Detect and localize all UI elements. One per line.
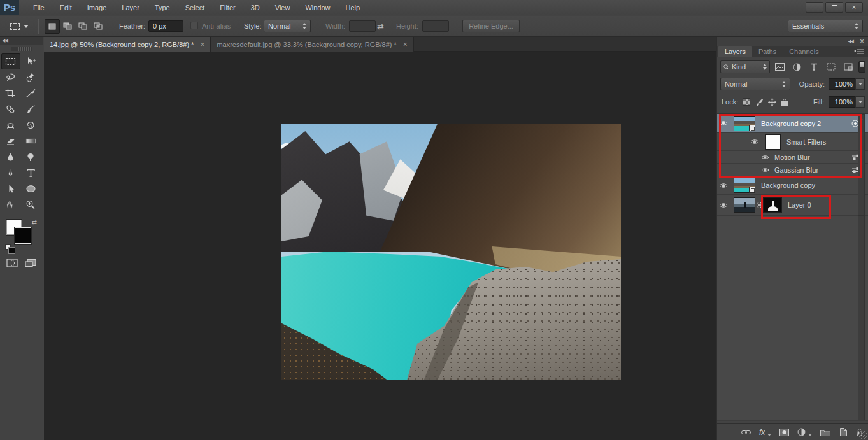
opacity-dropdown-button[interactable] — [855, 78, 865, 90]
visibility-toggle[interactable] — [759, 155, 771, 160]
tool-rectangular-marquee[interactable] — [1, 53, 20, 69]
fill-value[interactable]: 100% — [829, 96, 855, 108]
filter-smart-objects-button[interactable] — [841, 61, 855, 73]
default-colors-icon[interactable] — [5, 244, 11, 250]
tool-blur[interactable] — [1, 149, 20, 165]
fill-dropdown-button[interactable] — [855, 96, 865, 108]
workspace-select[interactable]: Essentials — [788, 20, 863, 32]
lock-position-icon[interactable] — [768, 98, 776, 106]
close-panel-icon[interactable]: × — [860, 38, 864, 45]
opacity-combo[interactable]: 100% — [829, 78, 865, 90]
tool-move[interactable] — [22, 53, 41, 69]
tab-paths[interactable]: Paths — [752, 46, 783, 57]
collapse-panel-icon[interactable]: ◀◀ — [848, 39, 853, 44]
tool-eyedropper[interactable] — [22, 85, 41, 101]
restore-button[interactable] — [825, 2, 843, 13]
menu-file[interactable]: File — [25, 1, 52, 14]
tool-zoom[interactable] — [22, 197, 41, 213]
menu-edit[interactable]: Edit — [52, 1, 80, 14]
tab-layers[interactable]: Layers — [718, 46, 752, 57]
tool-quick-selection[interactable] — [22, 69, 41, 85]
layer-name[interactable]: Background copy — [761, 181, 815, 189]
filter-shape-layers-button[interactable] — [824, 61, 838, 73]
tool-lasso[interactable] — [1, 69, 20, 85]
antialias-checkbox[interactable] — [190, 22, 198, 29]
tool-gradient[interactable] — [22, 133, 41, 149]
kind-filter-select[interactable]: Kind — [720, 60, 770, 73]
visibility-toggle[interactable] — [717, 195, 730, 215]
tool-history-brush[interactable] — [22, 117, 41, 133]
layer-row-smart-filters[interactable]: Smart Filters — [717, 133, 868, 151]
height-input[interactable] — [422, 20, 449, 32]
tool-path-selection[interactable] — [1, 181, 20, 197]
menu-window[interactable]: Window — [297, 1, 338, 14]
width-input[interactable] — [349, 20, 376, 32]
refine-edge-button[interactable]: Refine Edge... — [462, 20, 520, 32]
menu-layer[interactable]: Layer — [114, 1, 147, 14]
tool-clone-stamp[interactable] — [1, 117, 20, 133]
tab-channels[interactable]: Channels — [783, 46, 825, 57]
layer-thumbnail[interactable] — [734, 178, 755, 193]
blend-mode-select[interactable]: Normal — [720, 78, 790, 90]
new-group-icon[interactable] — [820, 429, 830, 436]
subtract-from-selection-button[interactable] — [75, 19, 90, 34]
menu-help[interactable]: Help — [338, 1, 368, 14]
lock-transparent-pixels-icon[interactable] — [743, 98, 750, 106]
tool-ellipse[interactable] — [22, 181, 41, 197]
panel-resize-grip[interactable] — [859, 431, 867, 439]
new-adjustment-layer-icon[interactable] — [797, 428, 806, 436]
document-tab-1[interactable]: 14.jpg @ 50% (Background copy 2, RGB/8#)… — [44, 37, 211, 52]
layer-row-background-copy-2[interactable]: Background copy 2 — [717, 114, 868, 133]
screen-mode-button[interactable] — [22, 255, 41, 271]
layer-name[interactable]: Layer 0 — [788, 201, 811, 209]
layers-scrollbar[interactable]: ▲ — [858, 114, 865, 216]
filter-toggle-switch[interactable] — [858, 61, 865, 73]
menu-type[interactable]: Type — [147, 1, 178, 14]
menu-3d[interactable]: 3D — [243, 1, 267, 14]
feather-input[interactable]: 0 px — [148, 20, 183, 32]
layer-row-motion-blur[interactable]: Motion Blur — [717, 151, 868, 164]
smart-filter-name[interactable]: Gaussian Blur — [774, 166, 818, 174]
menu-filter[interactable]: Filter — [212, 1, 243, 14]
mask-link-icon[interactable] — [757, 202, 762, 208]
lock-image-pixels-icon[interactable] — [755, 98, 764, 106]
layer-row-layer-0[interactable]: Layer 0 — [717, 195, 868, 216]
layer-style-fx-icon[interactable]: fx — [759, 428, 765, 437]
scroll-up-icon[interactable]: ▲ — [859, 115, 864, 215]
tool-eraser[interactable] — [1, 133, 20, 149]
filter-mask-thumbnail[interactable] — [765, 134, 781, 150]
tool-preset-picker[interactable] — [8, 19, 34, 34]
canvas-image[interactable] — [281, 124, 621, 380]
layer-mask-thumbnail[interactable] — [763, 197, 782, 213]
tools-panel-collapse[interactable]: ◀◀ — [0, 37, 43, 45]
layer-name[interactable]: Background copy 2 — [761, 120, 821, 127]
document-tab-2[interactable]: maxresdefault.jpg @ 33.3% (Background co… — [211, 37, 413, 52]
smart-filter-name[interactable]: Motion Blur — [774, 153, 810, 161]
style-select[interactable]: Normal — [264, 20, 311, 32]
filter-adjustment-layers-button[interactable] — [790, 61, 804, 73]
tools-panel-grip[interactable] — [11, 47, 32, 51]
fill-combo[interactable]: 100% — [829, 96, 865, 108]
layer-row-gaussian-blur[interactable]: Gaussian Blur — [717, 164, 868, 176]
link-layers-icon[interactable] — [741, 429, 751, 436]
visibility-toggle[interactable] — [749, 139, 760, 145]
tool-spot-healing-brush[interactable] — [1, 101, 20, 117]
tool-brush[interactable] — [22, 101, 41, 117]
tool-pen[interactable] — [1, 165, 20, 181]
new-layer-icon[interactable] — [839, 428, 847, 436]
swap-width-height-icon[interactable]: ⇄ — [377, 22, 384, 31]
visibility-toggle[interactable] — [717, 114, 730, 132]
add-to-selection-button[interactable] — [60, 19, 75, 34]
lock-all-icon[interactable] — [781, 98, 788, 106]
layer-row-background-copy[interactable]: Background copy — [717, 176, 868, 195]
minimize-button[interactable]: – — [806, 2, 823, 13]
quick-mask-button[interactable] — [3, 255, 22, 271]
layers-scrollbar-track[interactable] — [858, 216, 865, 420]
filter-pixel-layers-button[interactable] — [773, 61, 787, 73]
filter-type-layers-button[interactable] — [807, 61, 821, 73]
tool-dodge[interactable] — [22, 149, 41, 165]
add-layer-mask-icon[interactable] — [779, 429, 789, 436]
opacity-value[interactable]: 100% — [829, 78, 855, 90]
new-selection-button[interactable] — [45, 19, 60, 34]
menu-image[interactable]: Image — [80, 1, 115, 14]
